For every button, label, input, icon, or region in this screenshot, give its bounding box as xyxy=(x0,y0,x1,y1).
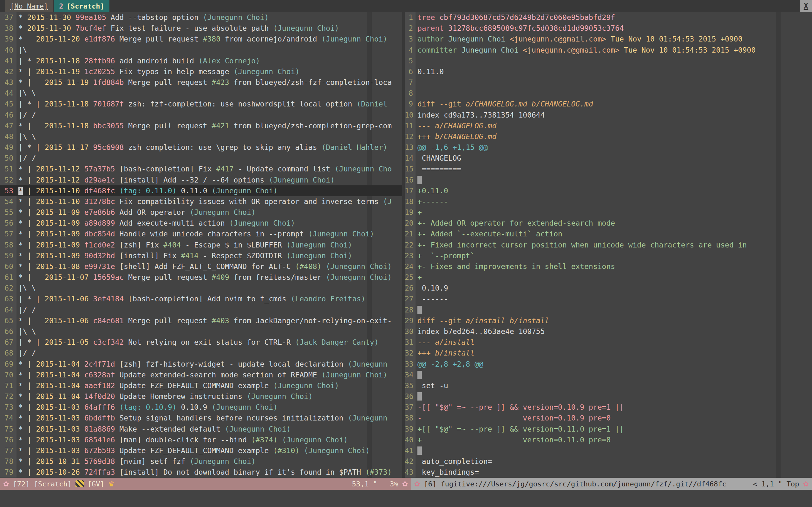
diff-line[interactable]: 22+- Fixed incorrect cursor position whe… xyxy=(405,239,812,250)
diff-line[interactable]: 4committer Junegunn Choi <junegunn.c@gma… xyxy=(405,45,812,55)
log-line[interactable]: 71* | 2015-11-04 aaef182 Update FZF_DEFA… xyxy=(0,380,402,391)
commit-diff-pane[interactable]: 1tree cbf793d30687cd57d6249b2d7c060e95ba… xyxy=(405,12,812,478)
log-line[interactable]: 39* 2015-11-20 e1df876 Merge pull reques… xyxy=(0,34,402,44)
diff-line[interactable]: 60.11.0 xyxy=(405,66,812,77)
diff-line[interactable]: 15 ========= xyxy=(405,164,812,174)
line-number: 73 xyxy=(0,402,16,412)
diff-line[interactable]: 14 CHANGELOG xyxy=(405,153,812,164)
diff-line[interactable]: 35 set -u xyxy=(405,380,812,391)
line-text: * | 2015-11-03 81a8869 Make --extended d… xyxy=(16,424,402,435)
log-line[interactable]: 65* | 2015-11-06 c84e681 Merge pull requ… xyxy=(0,315,402,326)
diff-line[interactable]: 29diff --git a/install b/install xyxy=(405,315,812,326)
diff-line[interactable]: 18+------ xyxy=(405,196,812,207)
diff-line[interactable]: 42 auto_completion= xyxy=(405,456,812,467)
log-line[interactable]: 53* | 2015-11-10 df468fc (tag: 0.11.0) 0… xyxy=(0,185,402,196)
diff-line[interactable]: 1tree cbf793d30687cd57d6249b2d7c060e95ba… xyxy=(405,12,812,23)
diff-line[interactable]: 31--- a/install xyxy=(405,337,812,348)
log-line[interactable]: 40|\ xyxy=(0,45,402,55)
diff-line[interactable]: 38- version=0.10.9 pre=0 xyxy=(405,412,812,424)
diff-line[interactable]: 34 xyxy=(405,370,812,380)
log-line[interactable]: 76* | 2015-11-03 68541e6 [man] double-cl… xyxy=(0,435,402,445)
log-line[interactable]: 58* | 2015-11-09 f1cd0e2 [zsh] Fix #404 … xyxy=(0,239,402,250)
diff-line[interactable]: 40+ version=0.11.0 pre=0 xyxy=(405,435,812,445)
log-line[interactable]: 64|/ / xyxy=(0,304,402,315)
close-icon[interactable]: X xyxy=(800,0,812,12)
log-line[interactable]: 66|\ \ xyxy=(0,326,402,337)
diff-line[interactable]: 28 xyxy=(405,304,812,315)
diff-line[interactable]: 12+++ b/CHANGELOG.md xyxy=(405,131,812,142)
diff-line[interactable]: 3author Junegunn Choi <junegunn.c@gmail.… xyxy=(405,34,812,44)
log-line[interactable]: 59* | 2015-11-09 90d32bd [install] Fix #… xyxy=(0,250,402,261)
diff-line[interactable]: 8 xyxy=(405,88,812,99)
log-line[interactable]: 56* | 2015-11-09 a89d899 Add execute-mul… xyxy=(0,218,402,228)
log-line[interactable]: 55* | 2015-11-09 e7e86b6 Add OR operator… xyxy=(0,207,402,218)
log-line[interactable]: 41| * 2015-11-18 28ffb96 add android bui… xyxy=(0,55,402,66)
log-line[interactable]: 48|\ \ xyxy=(0,131,402,142)
log-line[interactable]: 61* | 2015-11-07 15659ac Merge pull requ… xyxy=(0,272,402,283)
log-line[interactable]: 68|/ / xyxy=(0,348,402,358)
log-line[interactable]: 60* | 2015-11-08 e99731e [shell] Add FZF… xyxy=(0,261,402,272)
diff-line[interactable]: 20+- Added OR operator for extended-sear… xyxy=(405,218,812,228)
log-line[interactable]: 79* | 2015-10-26 724ffa3 [install] Do no… xyxy=(0,467,402,477)
diff-line[interactable]: 9diff --git a/CHANGELOG.md b/CHANGELOG.m… xyxy=(405,99,812,109)
log-line[interactable]: 54* | 2015-11-10 31278bc Fix compatibili… xyxy=(0,196,402,207)
log-line[interactable]: 52* | 2015-11-12 d29ae1c [install] Add -… xyxy=(0,175,402,185)
diff-line[interactable]: 43 key_bindings= xyxy=(405,467,812,477)
log-line[interactable]: 43* | 2015-11-19 1fd884b Merge pull requ… xyxy=(0,77,402,88)
diff-line[interactable]: 17+0.11.0 xyxy=(405,185,812,196)
diff-line[interactable]: 13@@ -1,6 +1,15 @@ xyxy=(405,142,812,153)
log-line[interactable]: 78* | 2015-10-31 5769d38 [nvim] setf fzf… xyxy=(0,456,402,467)
log-line[interactable]: 49| * | 2015-11-17 95c6908 zsh completio… xyxy=(0,142,402,153)
diff-line[interactable]: 36 xyxy=(405,391,812,402)
log-line[interactable]: 37* 2015-11-30 99ea105 Add --tabstop opt… xyxy=(0,12,402,23)
log-line[interactable]: 42* | 2015-11-19 1c20255 Fix typos in he… xyxy=(0,66,402,77)
line-number: 9 xyxy=(405,99,415,109)
diff-line[interactable]: 19+ xyxy=(405,207,812,218)
diff-line[interactable]: 26 0.10.9 xyxy=(405,283,812,293)
log-line[interactable]: 73* | 2015-11-03 64afff6 (tag: 0.10.9) 0… xyxy=(0,402,402,412)
diff-line[interactable]: 37-[[ "$@" =~ --pre ]] && version=0.10.9… xyxy=(405,402,812,412)
command-line[interactable] xyxy=(0,490,812,507)
diff-line[interactable]: 23+ `--prompt` xyxy=(405,250,812,261)
log-line[interactable]: 57* | 2015-11-09 dbc854d Handle wide uni… xyxy=(0,228,402,239)
log-line[interactable]: 75* | 2015-11-03 81a8869 Make --extended… xyxy=(0,424,402,435)
log-line[interactable]: 51* | 2015-11-12 57a37b5 [bash-completio… xyxy=(0,164,402,174)
log-line[interactable]: 47* | 2015-11-18 bbc3055 Merge pull requ… xyxy=(0,120,402,131)
diff-line[interactable]: 33@@ -2,8 +2,8 @@ xyxy=(405,359,812,370)
diff-line[interactable]: 2parent 31278bcc6895089c97fc5d038cd1dd99… xyxy=(405,23,812,34)
line-number: 61 xyxy=(0,272,16,283)
diff-line[interactable]: 27 ------ xyxy=(405,293,812,304)
log-line[interactable]: 74* | 2015-11-03 6bddffb Setup signal ha… xyxy=(0,412,402,424)
log-line[interactable]: 70* | 2015-11-04 c6328af Update extended… xyxy=(0,370,402,380)
vertical-split[interactable] xyxy=(402,12,405,478)
log-line[interactable]: 72* | 2015-11-04 14f0d20 Update Homebrew… xyxy=(0,391,402,402)
log-line[interactable]: 50|/ / xyxy=(0,153,402,164)
diff-line[interactable]: 30index b7ed264..063ae4e 100755 xyxy=(405,326,812,337)
diff-line[interactable]: 24+- Fixes and improvements in shell ext… xyxy=(405,261,812,272)
diff-line[interactable]: 5 xyxy=(405,55,812,66)
diff-line[interactable]: 7 xyxy=(405,77,812,88)
log-line[interactable]: 44|\ \ xyxy=(0,88,402,99)
tab-scratch[interactable]: 2 [Scratch] xyxy=(54,0,109,12)
diff-line[interactable]: 25+ xyxy=(405,272,812,283)
diff-line[interactable]: 32+++ b/install xyxy=(405,348,812,358)
log-line[interactable]: 62|\ \ xyxy=(0,283,402,293)
log-line[interactable]: 77* | 2015-11-03 672b593 Update FZF_DEFA… xyxy=(0,445,402,456)
line-number: 75 xyxy=(0,424,16,435)
diff-line[interactable]: 39+[[ "$@" =~ --pre ]] && version=0.11.0… xyxy=(405,424,812,435)
diff-line[interactable]: 11--- a/CHANGELOG.md xyxy=(405,120,812,131)
diff-line[interactable]: 21+- Added `--execute-multi` action xyxy=(405,228,812,239)
log-line[interactable]: 69* | 2015-11-04 2c4f71d [zsh] fzf-histo… xyxy=(0,359,402,370)
line-number: 54 xyxy=(0,196,16,207)
log-line[interactable]: 38* 2015-11-30 7bcf4ef Fix test failure … xyxy=(0,23,402,34)
diff-line[interactable]: 10index cd9a173..7381354 100644 xyxy=(405,110,812,120)
log-line[interactable]: 67| * | 2015-11-05 c3cf342 Not relying o… xyxy=(0,337,402,348)
log-line[interactable]: 46|/ / xyxy=(0,110,402,120)
tab-no-name[interactable]: [No Name] xyxy=(5,0,53,12)
statusline-right: ✿ [6] fugitive:///Users/jg/gosrc/src/git… xyxy=(411,478,812,490)
diff-line[interactable]: 41 xyxy=(405,445,812,456)
diff-line[interactable]: 16 xyxy=(405,175,812,185)
git-log-pane[interactable]: 37* 2015-11-30 99ea105 Add --tabstop opt… xyxy=(0,12,402,478)
log-line[interactable]: 63| * | 2015-11-06 3ef4184 [bash-complet… xyxy=(0,293,402,304)
log-line[interactable]: 45| * | 2015-11-18 701687f zsh: fzf-comp… xyxy=(0,99,402,109)
